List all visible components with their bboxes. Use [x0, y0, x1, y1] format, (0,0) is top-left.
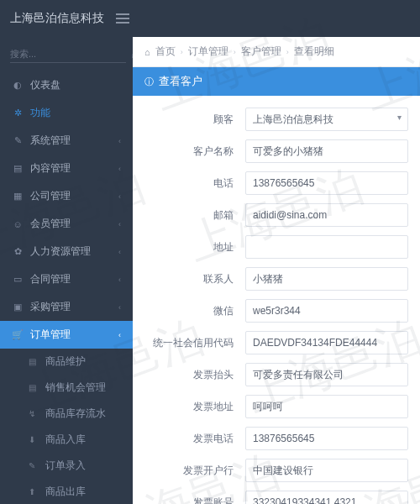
nav-sub-label: 商品维护 — [45, 354, 86, 369]
row-address: 地址 — [144, 235, 408, 259]
nav-functions[interactable]: ✲功能 — [0, 99, 133, 127]
panel-header: ⓘ 查看客户 — [133, 67, 420, 96]
nav-sub-product-maint[interactable]: ▤商品维护 — [0, 349, 133, 375]
chevron-left-icon: ‹ — [118, 303, 121, 312]
nav-label: 采购管理 — [30, 300, 71, 314]
nav-sub-inventory-flow[interactable]: ↯商品库存流水 — [0, 401, 133, 427]
nav-sub-label: 商品库存流水 — [45, 407, 106, 421]
inv-title-input[interactable] — [245, 363, 408, 386]
search-input[interactable] — [10, 45, 126, 63]
inv-addr-input[interactable] — [245, 395, 408, 418]
uscc-input[interactable] — [245, 331, 408, 354]
nav-label: 功能 — [30, 106, 50, 120]
chevron-left-icon: ‹ — [118, 165, 121, 173]
gear-icon: ✲ — [12, 108, 24, 118]
inv-phone-label: 发票电话 — [144, 432, 245, 446]
topbar: 上海邑泊信息科技 — [0, 0, 420, 37]
inv-addr-label: 发票地址 — [144, 400, 245, 414]
inv-phone-input[interactable] — [245, 427, 408, 450]
nav-sub-label: 订单录入 — [45, 459, 86, 473]
row-uscc: 统一社会信用代码 — [144, 331, 408, 354]
row-email: 邮箱 — [144, 203, 408, 227]
doc-icon: ▤ — [12, 163, 24, 174]
inv-bank-label: 发票开户行 — [144, 464, 245, 478]
nav-sub-order-entry[interactable]: ✎订单录入 — [0, 453, 133, 479]
flow-icon: ↯ — [29, 409, 39, 418]
home-icon[interactable]: ⌂ — [144, 47, 150, 57]
inv-acct-input[interactable] — [245, 491, 408, 504]
file-icon: ▭ — [12, 274, 24, 285]
phone-input[interactable] — [245, 171, 408, 195]
gauge-icon: ◐ — [12, 80, 24, 91]
email-label: 邮箱 — [144, 208, 245, 223]
row-inv-phone: 发票电话 — [144, 427, 408, 450]
nav-label: 人力资源管理 — [30, 244, 91, 259]
tenant-select[interactable]: 上海邑泊信息科技 — [245, 108, 408, 131]
nav-sub-stock-out[interactable]: ⬆商品出库 — [0, 479, 133, 504]
nav-label: 订单管理 — [30, 328, 71, 342]
email-input[interactable] — [245, 203, 408, 227]
nav-sub-label: 商品出库 — [45, 485, 86, 499]
chevron-left-icon: ‹ — [118, 276, 121, 284]
box-icon: ▣ — [12, 302, 24, 312]
row-name: 客户名称 — [144, 139, 408, 163]
nav-order[interactable]: 🛒订单管理‹ — [0, 321, 133, 349]
sidebar: ⌕ ◐仪表盘 ✲功能 ✎系统管理‹ ▤内容管理‹ ▦公司管理‹ ☺会员管理‹ ✿… — [0, 37, 133, 504]
chevron-left-icon: ‹ — [118, 248, 121, 256]
breadcrumb-order[interactable]: 订单管理 — [188, 45, 228, 59]
chevron-right-icon: › — [234, 48, 236, 56]
row-inv-addr: 发票地址 — [144, 395, 408, 418]
menu-toggle-icon[interactable] — [116, 13, 129, 24]
nav-purchase[interactable]: ▣采购管理‹ — [0, 293, 133, 321]
list-icon: ▤ — [29, 357, 39, 366]
breadcrumb-detail: 查看明细 — [294, 45, 334, 59]
nav-label: 公司管理 — [30, 189, 71, 203]
nav-content[interactable]: ▤内容管理‹ — [0, 155, 133, 182]
inv-bank-input[interactable] — [245, 459, 408, 482]
phone-label: 电话 — [144, 176, 245, 191]
chevron-right-icon: › — [181, 48, 183, 56]
name-input[interactable] — [245, 139, 408, 163]
wechat-input[interactable] — [245, 299, 408, 323]
nav-system[interactable]: ✎系统管理‹ — [0, 127, 133, 155]
people-icon: ✿ — [12, 246, 24, 257]
row-tenant: 顾客 上海邑泊信息科技 — [144, 108, 408, 131]
row-inv-acct: 发票账号 — [144, 491, 408, 504]
address-input[interactable] — [245, 235, 408, 259]
nav-company[interactable]: ▦公司管理‹ — [0, 182, 133, 210]
user-icon: ☺ — [12, 219, 24, 229]
nav-label: 系统管理 — [30, 134, 71, 148]
panel: ⓘ 查看客户 顾客 上海邑泊信息科技 客户名称 电话 — [133, 67, 420, 504]
chevron-left-icon: ‹ — [118, 137, 121, 145]
wrench-icon: ✎ — [12, 135, 24, 146]
breadcrumb-home[interactable]: 首页 — [155, 45, 176, 59]
row-inv-bank: 发票开户行 — [144, 459, 408, 482]
nav-sub-stock-in[interactable]: ⬇商品入库 — [0, 427, 133, 453]
list-icon: ▤ — [29, 383, 39, 392]
nav-label: 内容管理 — [30, 161, 71, 176]
nav-label: 会员管理 — [30, 217, 71, 231]
sidebar-nav: ◐仪表盘 ✲功能 ✎系统管理‹ ▤内容管理‹ ▦公司管理‹ ☺会员管理‹ ✿人力… — [0, 71, 133, 504]
cart-icon: 🛒 — [12, 329, 24, 340]
wechat-label: 微信 — [144, 304, 245, 318]
nav-contract[interactable]: ▭合同管理‹ — [0, 265, 133, 293]
chevron-left-icon: ‹ — [118, 220, 121, 228]
row-contact: 联系人 — [144, 267, 408, 291]
out-icon: ⬆ — [29, 487, 39, 496]
nav-hr[interactable]: ✿人力资源管理‹ — [0, 238, 133, 265]
inv-title-label: 发票抬头 — [144, 368, 245, 382]
panel-body: 顾客 上海邑泊信息科技 客户名称 电话 邮箱 — [133, 96, 420, 504]
info-icon: ⓘ — [144, 76, 154, 88]
row-inv-title: 发票抬头 — [144, 363, 408, 386]
panel-title: 查看客户 — [159, 74, 202, 89]
chevron-left-icon: ‹ — [118, 192, 121, 201]
chevron-right-icon: › — [286, 48, 289, 56]
nav-dashboard[interactable]: ◐仪表盘 — [0, 71, 133, 99]
breadcrumb-customer[interactable]: 客户管理 — [241, 45, 281, 59]
nav-member[interactable]: ☺会员管理‹ — [0, 210, 133, 238]
tenant-label: 顾客 — [144, 113, 245, 127]
nav-sub-sales-opp[interactable]: ▤销售机会管理 — [0, 375, 133, 401]
contact-input[interactable] — [245, 267, 408, 291]
nav-label: 仪表盘 — [30, 78, 60, 92]
contact-label: 联系人 — [144, 272, 245, 286]
